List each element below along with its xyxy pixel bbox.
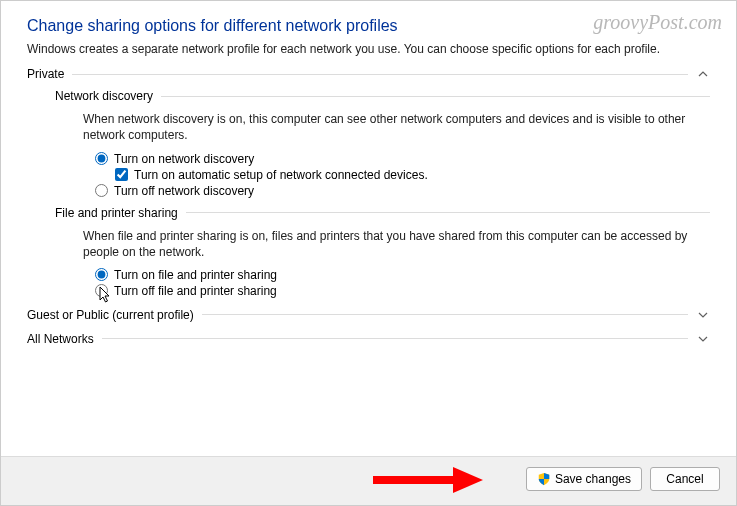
svg-marker-1 bbox=[453, 467, 483, 493]
section-all-networks-label: All Networks bbox=[27, 332, 94, 346]
radio-fp-on[interactable] bbox=[95, 268, 108, 281]
chevron-up-icon bbox=[696, 67, 710, 81]
cancel-button[interactable]: Cancel bbox=[650, 467, 720, 491]
heading-file-printer-label: File and printer sharing bbox=[55, 206, 178, 220]
file-printer-options: Turn on file and printer sharing Turn of… bbox=[95, 268, 710, 298]
section-guest-public[interactable]: Guest or Public (current profile) bbox=[27, 308, 710, 322]
shield-icon bbox=[537, 472, 551, 486]
radio-nd-on[interactable] bbox=[95, 152, 108, 165]
rule bbox=[72, 74, 688, 75]
chevron-down-icon bbox=[696, 332, 710, 346]
radio-nd-on-label: Turn on network discovery bbox=[114, 152, 254, 166]
radio-fp-on-label: Turn on file and printer sharing bbox=[114, 268, 277, 282]
radio-fp-off-label: Turn off file and printer sharing bbox=[114, 284, 277, 298]
save-button[interactable]: Save changes bbox=[526, 467, 642, 491]
checkbox-auto-setup-label: Turn on automatic setup of network conne… bbox=[134, 168, 428, 182]
page-subtitle: Windows creates a separate network profi… bbox=[27, 41, 710, 57]
heading-network-discovery: Network discovery bbox=[55, 89, 710, 103]
content-area: Change sharing options for different net… bbox=[1, 1, 736, 456]
network-discovery-options: Turn on network discovery Turn on automa… bbox=[95, 152, 710, 198]
save-button-label: Save changes bbox=[555, 472, 631, 486]
checkbox-auto-setup[interactable] bbox=[115, 168, 128, 181]
advanced-sharing-window: groovyPost.com Change sharing options fo… bbox=[0, 0, 737, 506]
network-discovery-desc: When network discovery is on, this compu… bbox=[83, 111, 710, 143]
radio-nd-off-label: Turn off network discovery bbox=[114, 184, 254, 198]
section-private-label: Private bbox=[27, 67, 64, 81]
section-all-networks[interactable]: All Networks bbox=[27, 332, 710, 346]
chevron-down-icon bbox=[696, 308, 710, 322]
rule bbox=[186, 212, 710, 213]
file-printer-desc: When file and printer sharing is on, fil… bbox=[83, 228, 710, 260]
rule bbox=[102, 338, 688, 339]
radio-fp-off[interactable] bbox=[95, 284, 108, 297]
page-title: Change sharing options for different net… bbox=[27, 17, 710, 35]
subsection-network-discovery: Network discovery When network discovery… bbox=[55, 89, 710, 197]
rule bbox=[202, 314, 688, 315]
annotation-arrow-icon bbox=[373, 467, 483, 493]
svg-rect-0 bbox=[373, 476, 453, 484]
heading-network-discovery-label: Network discovery bbox=[55, 89, 153, 103]
section-private[interactable]: Private bbox=[27, 67, 710, 81]
section-guest-public-label: Guest or Public (current profile) bbox=[27, 308, 194, 322]
footer: Save changes Cancel bbox=[1, 456, 736, 505]
cancel-button-label: Cancel bbox=[666, 472, 703, 486]
rule bbox=[161, 96, 710, 97]
radio-nd-off[interactable] bbox=[95, 184, 108, 197]
heading-file-printer: File and printer sharing bbox=[55, 206, 710, 220]
subsection-file-printer: File and printer sharing When file and p… bbox=[55, 206, 710, 298]
